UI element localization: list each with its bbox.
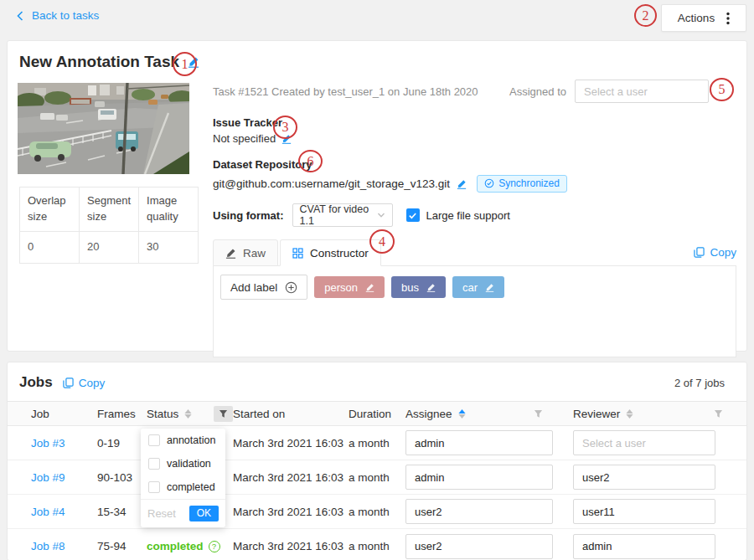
job-row-2: Job #9 90-103 March 3rd 2021 16:03 a mon… bbox=[8, 460, 746, 495]
chevron-down-icon bbox=[377, 211, 385, 219]
tab-constructor[interactable]: Constructor bbox=[280, 239, 381, 266]
jobs-copy-label: Copy bbox=[79, 377, 106, 389]
job-frames: 90-103 bbox=[97, 471, 147, 484]
filter-ok-button[interactable]: OK bbox=[189, 506, 219, 521]
label-chip-car-name: car bbox=[462, 281, 478, 294]
jobs-title: Jobs bbox=[19, 374, 53, 391]
task-params-table: Overlap size Segment size Image quality … bbox=[19, 187, 199, 264]
task-title: New Annotation Task bbox=[19, 53, 179, 71]
reviewer-input[interactable] bbox=[573, 499, 715, 524]
edit-label-icon[interactable] bbox=[485, 283, 494, 292]
add-label-button-label: Add label bbox=[230, 281, 277, 294]
edit-repository-icon[interactable] bbox=[457, 179, 467, 189]
job-row-4: Job #8 75-94 completed ? March 3rd 2021 … bbox=[8, 529, 746, 560]
back-to-tasks-link[interactable]: Back to tasks bbox=[15, 9, 99, 22]
status-filter-dropdown: annotation validation completed Reset OK bbox=[141, 429, 225, 527]
label-constructor-panel: Add label person bus bbox=[213, 265, 736, 357]
task-meta-text: Task #1521 Created by test_user_1 on Jun… bbox=[213, 85, 478, 98]
filter-option-validation[interactable]: validation bbox=[141, 452, 225, 475]
jobs-count: 2 of 7 jobs bbox=[674, 377, 725, 389]
status-sorter-icon[interactable] bbox=[184, 409, 192, 419]
labels-copy-label: Copy bbox=[710, 246, 736, 259]
col-reviewer[interactable]: Reviewer bbox=[573, 408, 620, 420]
back-chevron-icon bbox=[15, 11, 25, 21]
tab-constructor-label: Constructor bbox=[310, 247, 369, 259]
add-label-button[interactable]: Add label bbox=[220, 275, 307, 300]
tab-raw-label: Raw bbox=[243, 247, 266, 259]
job-duration: a month bbox=[349, 471, 405, 484]
job-link[interactable]: Job #3 bbox=[31, 437, 97, 450]
filter-option-label: completed bbox=[167, 481, 215, 493]
label-chip-car[interactable]: car bbox=[452, 276, 504, 298]
filter-option-label: annotation bbox=[167, 434, 215, 446]
label-chip-bus-name: bus bbox=[401, 281, 419, 294]
assignee-input[interactable] bbox=[405, 534, 553, 559]
label-chip-person[interactable]: person bbox=[314, 276, 385, 298]
annotation-marker-6: 6 bbox=[298, 150, 323, 172]
param-value-quality: 30 bbox=[139, 231, 199, 263]
large-file-support-checkbox[interactable] bbox=[406, 208, 420, 222]
job-link[interactable]: Job #9 bbox=[31, 471, 97, 484]
param-header-quality: Image quality bbox=[139, 188, 199, 232]
filter-option-completed[interactable]: completed bbox=[141, 475, 225, 499]
job-status: completed ? bbox=[147, 540, 233, 552]
pencil-icon bbox=[225, 248, 236, 259]
assigned-to-input[interactable] bbox=[575, 80, 709, 103]
reviewer-input[interactable] bbox=[573, 534, 715, 559]
filter-option-annotation[interactable]: annotation bbox=[141, 429, 225, 452]
reviewer-input[interactable] bbox=[573, 430, 715, 455]
assignee-sorter-icon[interactable] bbox=[458, 409, 466, 419]
large-file-support-label: Large file support bbox=[426, 209, 510, 222]
param-header-overlap: Overlap size bbox=[20, 188, 80, 232]
job-link[interactable]: Job #4 bbox=[31, 506, 97, 518]
assigned-to-label: Assigned to bbox=[509, 85, 566, 98]
job-status-text: completed bbox=[147, 540, 204, 552]
labels-copy-button[interactable]: Copy bbox=[694, 246, 736, 259]
job-started: March 3rd 2021 16:03 bbox=[233, 540, 349, 552]
col-status[interactable]: Status bbox=[147, 408, 178, 420]
filter-option-label: validation bbox=[167, 458, 211, 470]
assignee-input[interactable] bbox=[405, 499, 553, 524]
status-filter-icon[interactable] bbox=[214, 406, 233, 422]
check-circle-icon bbox=[484, 178, 494, 188]
question-circle-icon[interactable]: ? bbox=[209, 541, 220, 552]
job-started: March 3rd 2021 16:03 bbox=[233, 506, 349, 518]
assignee-input[interactable] bbox=[405, 465, 553, 490]
checkbox-unchecked-icon[interactable] bbox=[148, 434, 160, 446]
assignee-input[interactable] bbox=[405, 430, 553, 455]
checkbox-unchecked-icon[interactable] bbox=[148, 458, 160, 470]
task-detail-page: Back to tasks Actions New Annotation Tas… bbox=[0, 0, 754, 560]
col-assignee[interactable]: Assignee bbox=[405, 408, 452, 420]
col-frames: Frames bbox=[97, 408, 136, 420]
label-chip-bus[interactable]: bus bbox=[391, 276, 446, 298]
plus-circle-icon bbox=[285, 281, 297, 294]
edit-label-icon[interactable] bbox=[365, 283, 374, 292]
jobs-copy-button[interactable]: Copy bbox=[63, 377, 106, 389]
job-row-3: Job #4 15-34 March 3rd 2021 16:03 a mont… bbox=[8, 495, 746, 529]
label-chip-person-name: person bbox=[324, 281, 358, 294]
actions-button-label: Actions bbox=[678, 12, 715, 24]
reviewer-filter-icon[interactable] bbox=[709, 406, 728, 422]
reviewer-sorter-icon[interactable] bbox=[626, 409, 633, 419]
synchronized-badge: Synchronized bbox=[477, 175, 567, 193]
tab-raw[interactable]: Raw bbox=[213, 239, 278, 266]
actions-button[interactable]: Actions bbox=[661, 4, 746, 32]
job-frames: 75-94 bbox=[97, 540, 147, 552]
task-card: New Annotation Task bbox=[7, 40, 747, 352]
filter-reset-button[interactable]: Reset bbox=[147, 507, 176, 520]
checkbox-unchecked-icon[interactable] bbox=[148, 481, 160, 493]
synchronized-badge-label: Synchronized bbox=[498, 177, 560, 189]
copy-icon bbox=[63, 378, 74, 388]
assignee-filter-icon[interactable] bbox=[529, 406, 548, 422]
format-select-value: CVAT for video 1.1 bbox=[300, 203, 377, 227]
more-vertical-icon bbox=[726, 12, 730, 25]
edit-label-icon[interactable] bbox=[426, 283, 436, 292]
dataset-repository-url: git@github.com:username/git_storage_v123… bbox=[213, 177, 450, 190]
task-preview-image bbox=[18, 83, 189, 174]
jobs-table-header: Job Frames Status Started on Duration As… bbox=[8, 401, 746, 426]
format-select[interactable]: CVAT for video 1.1 bbox=[292, 203, 393, 227]
job-link[interactable]: Job #8 bbox=[31, 540, 97, 552]
reviewer-input[interactable] bbox=[573, 465, 715, 490]
col-duration: Duration bbox=[349, 408, 391, 420]
param-header-segment: Segment size bbox=[80, 188, 139, 232]
